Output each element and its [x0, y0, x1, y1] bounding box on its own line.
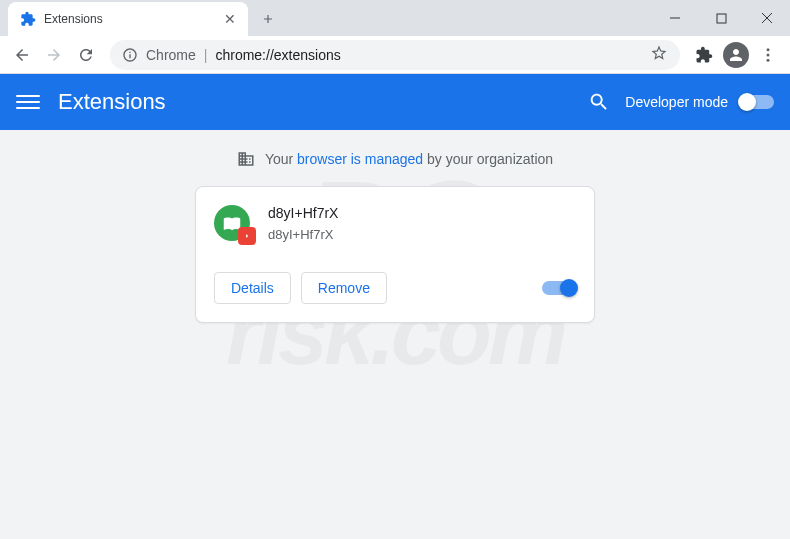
- hamburger-menu-icon[interactable]: [16, 95, 40, 109]
- extension-description: d8yI+Hf7rX: [268, 227, 338, 242]
- search-icon[interactable]: [585, 88, 613, 116]
- bookmark-star-icon[interactable]: [650, 44, 668, 65]
- svg-rect-1: [717, 14, 726, 23]
- minimize-button[interactable]: [652, 0, 698, 36]
- extension-name: d8yI+Hf7rX: [268, 205, 338, 221]
- svg-point-5: [767, 53, 770, 56]
- extension-badge-icon: [238, 227, 256, 245]
- url-scheme-label: Chrome: [146, 47, 196, 63]
- reload-button[interactable]: [72, 41, 100, 69]
- address-bar[interactable]: Chrome | chrome://extensions: [110, 40, 680, 70]
- page-title: Extensions: [58, 89, 166, 115]
- window-controls: [652, 0, 790, 36]
- remove-button[interactable]: Remove: [301, 272, 387, 304]
- browser-toolbar: Chrome | chrome://extensions: [0, 36, 790, 74]
- tab-title: Extensions: [44, 12, 216, 26]
- details-button[interactable]: Details: [214, 272, 291, 304]
- new-tab-button[interactable]: [254, 5, 282, 33]
- building-icon: [237, 150, 255, 168]
- extensions-puzzle-icon[interactable]: [690, 41, 718, 69]
- developer-mode-label: Developer mode: [625, 94, 728, 110]
- extensions-header: Extensions Developer mode: [0, 74, 790, 130]
- profile-avatar[interactable]: [722, 41, 750, 69]
- extension-enable-toggle[interactable]: [542, 281, 576, 295]
- back-button[interactable]: [8, 41, 36, 69]
- extension-icon: [214, 205, 250, 241]
- developer-mode-control: Developer mode: [625, 94, 774, 110]
- kebab-menu-icon[interactable]: [754, 41, 782, 69]
- forward-button[interactable]: [40, 41, 68, 69]
- svg-point-6: [767, 58, 770, 61]
- browser-managed-link[interactable]: browser is managed: [297, 151, 423, 167]
- managed-banner: Your browser is managed by your organiza…: [237, 150, 553, 168]
- url-text: chrome://extensions: [215, 47, 340, 63]
- developer-mode-toggle[interactable]: [740, 95, 774, 109]
- extension-puzzle-icon: [20, 11, 36, 27]
- tab-close-icon[interactable]: ✕: [224, 11, 236, 27]
- maximize-button[interactable]: [698, 0, 744, 36]
- extension-card: d8yI+Hf7rX d8yI+Hf7rX Details Remove: [195, 186, 595, 323]
- chrome-info-icon: [122, 47, 138, 63]
- extensions-content: Your browser is managed by your organiza…: [0, 130, 790, 343]
- browser-tab[interactable]: Extensions ✕: [8, 2, 248, 36]
- close-window-button[interactable]: [744, 0, 790, 36]
- tab-strip: Extensions ✕: [0, 0, 790, 36]
- svg-point-4: [767, 48, 770, 51]
